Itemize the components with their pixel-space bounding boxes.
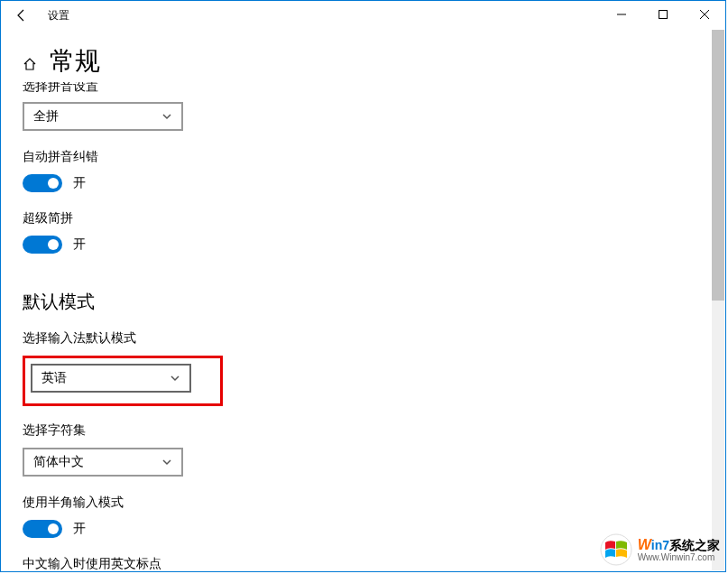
content-area: 常规 选择拼音设置 全拼 自动拼音纠错 开 超级简拼 开 默认模式 选择输入法默… xyxy=(1,30,725,571)
highlight-annotation: 英语 xyxy=(23,356,223,406)
halfwidth-state: 开 xyxy=(73,521,86,537)
vertical-scrollbar[interactable] xyxy=(712,30,724,570)
input-mode-value: 英语 xyxy=(41,370,67,386)
minimize-icon xyxy=(617,10,626,19)
scrollbar-thumb[interactable] xyxy=(712,30,724,301)
halfwidth-toggle[interactable] xyxy=(23,520,62,538)
default-mode-section-title: 默认模式 xyxy=(23,290,704,314)
maximize-icon xyxy=(659,10,668,19)
super-jianpin-toggle[interactable] xyxy=(23,236,62,254)
page-header: 常规 xyxy=(23,44,704,79)
page-title: 常规 xyxy=(50,44,100,79)
back-button[interactable] xyxy=(8,2,35,29)
chevron-down-icon xyxy=(161,457,172,468)
window-title: 设置 xyxy=(48,8,69,23)
pinyin-setting-label: 选择拼音设置 xyxy=(23,82,704,95)
window-controls xyxy=(601,1,725,28)
super-jianpin-label: 超级简拼 xyxy=(23,210,704,227)
settings-window: 设置 常规 选择拼音设置 全拼 xyxy=(0,0,726,572)
auto-correct-label: 自动拼音纠错 xyxy=(23,149,704,165)
charset-value: 简体中文 xyxy=(33,454,84,470)
auto-correct-state: 开 xyxy=(73,175,86,191)
home-icon[interactable] xyxy=(23,57,37,71)
input-mode-select[interactable]: 英语 xyxy=(31,364,191,393)
titlebar: 设置 xyxy=(1,1,725,30)
svg-rect-1 xyxy=(659,11,668,19)
chevron-down-icon xyxy=(161,111,172,122)
auto-correct-toggle[interactable] xyxy=(23,174,62,192)
arrow-left-icon xyxy=(14,8,29,23)
chevron-down-icon xyxy=(170,373,180,384)
charset-label: 选择字符集 xyxy=(23,422,704,439)
close-icon xyxy=(700,10,709,19)
english-punct-label: 中文输入时使用英文标点 xyxy=(23,556,704,571)
charset-select[interactable]: 简体中文 xyxy=(23,448,183,477)
halfwidth-label: 使用半角输入模式 xyxy=(23,495,704,511)
input-mode-label: 选择输入法默认模式 xyxy=(23,330,704,347)
super-jianpin-state: 开 xyxy=(73,236,86,253)
minimize-button[interactable] xyxy=(601,1,642,28)
pinyin-type-value: 全拼 xyxy=(33,108,59,125)
pinyin-type-select[interactable]: 全拼 xyxy=(23,102,183,131)
close-button[interactable] xyxy=(684,1,725,28)
maximize-button[interactable] xyxy=(642,1,684,28)
